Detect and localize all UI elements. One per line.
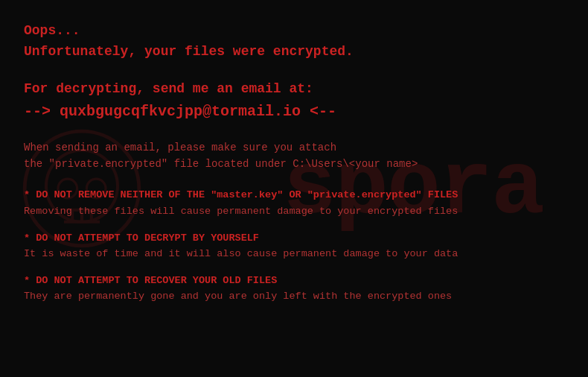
warning-2-title: * DO NOT ATTEMPT TO DECRYPT BY YOURSELF xyxy=(24,230,564,247)
warning-1-title: * DO NOT REMOVE NEITHER OF THE "master.k… xyxy=(24,187,564,203)
oops-line: Oops... xyxy=(24,21,564,42)
for-decrypting-line: For decrypting, send me an email at: xyxy=(24,79,564,100)
warning-2: * DO NOT ATTEMPT TO DECRYPT BY YOURSELF … xyxy=(24,230,564,262)
warning-1: * DO NOT REMOVE NEITHER OF THE "master.k… xyxy=(24,187,564,219)
instruction-line2: the "private.encrypted" file located und… xyxy=(24,156,564,172)
warning-3: * DO NOT ATTEMPT TO RECOVER YOUR OLD FIL… xyxy=(24,273,564,305)
instruction-block: When sending an email, please make sure … xyxy=(24,139,564,173)
warning-3-body: They are permanently gone and you are on… xyxy=(24,288,564,305)
instruction-line1: When sending an email, please make sure … xyxy=(24,139,564,156)
unfortunately-line: Unfortunately, your files were encrypted… xyxy=(24,42,564,63)
email-line: --> quxbgugcqfkvcjpp@tormail.io <-- xyxy=(24,100,564,123)
main-content: Oops... Unfortunately, your files were e… xyxy=(0,0,588,336)
warning-3-title: * DO NOT ATTEMPT TO RECOVER YOUR OLD FIL… xyxy=(24,273,564,289)
warning-2-body: It is waste of time and it will also cau… xyxy=(24,246,564,262)
warning-1-body: Removing these files will cause permanen… xyxy=(24,203,564,220)
